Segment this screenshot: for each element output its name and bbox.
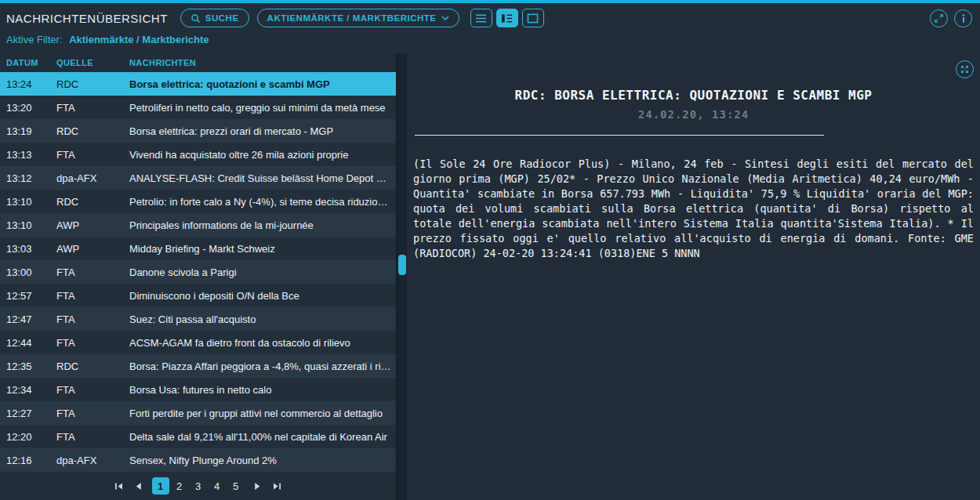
column-header-nachrichten: NACHRICHTEN	[129, 58, 396, 67]
news-row[interactable]: 12:57FTADiminuiscono i depositi O/N dell…	[0, 284, 396, 307]
article-panel: RDC: BORSA ELETTRICA: QUOTAZIONI E SCAMB…	[407, 53, 980, 500]
prev-page-button[interactable]	[132, 480, 145, 492]
news-row-source: FTA	[56, 408, 129, 419]
news-row[interactable]: 13:19RDCBorsa elettrica: prezzi orari di…	[0, 119, 396, 143]
first-page-button[interactable]	[113, 480, 125, 492]
prev-page-icon	[135, 482, 142, 491]
main-content: DATUM QUELLE NACHRICHTEN 13:24RDCBorsa e…	[0, 53, 980, 500]
news-row-time: 13:00	[6, 266, 56, 278]
news-row[interactable]: 13:12dpa-AFXANALYSE-FLASH: Credit Suisse…	[0, 166, 396, 190]
last-page-icon	[273, 482, 281, 491]
news-row[interactable]: 12:35RDCBorsa: Piazza Affari peggiora a …	[0, 354, 396, 378]
page-button-2[interactable]: 2	[171, 477, 188, 495]
news-row-source: RDC	[56, 78, 129, 90]
article: RDC: BORSA ELETTRICA: QUOTAZIONI E SCAMB…	[412, 88, 975, 261]
news-row[interactable]: 13:13FTAVivendi ha acquistato oltre 26 m…	[0, 143, 396, 166]
view-list-button[interactable]	[470, 9, 492, 27]
news-row-headline: Midday Briefing - Markt Schweiz	[129, 243, 396, 255]
news-row[interactable]: 13:03AWPMidday Briefing - Markt Schweiz	[0, 237, 396, 260]
search-button[interactable]: SUCHE	[180, 9, 249, 27]
table-header: DATUM QUELLE NACHRICHTEN	[0, 53, 396, 72]
news-row-source: FTA	[56, 102, 129, 114]
news-row-source: dpa-AFX	[56, 172, 129, 184]
first-page-icon	[114, 482, 123, 491]
news-row[interactable]: 13:24RDCBorsa elettrica: quotazioni e sc…	[0, 72, 396, 96]
active-filter-label: Aktive Filter:	[6, 34, 63, 45]
page-button-5[interactable]: 5	[227, 477, 245, 495]
next-page-button[interactable]	[252, 480, 264, 492]
active-filter-value: Aktienmärkte / Marktberichte	[69, 34, 209, 45]
active-filter-bar: Aktive Filter: Aktienmärkte / Marktberic…	[0, 31, 980, 53]
news-row-time: 12:20	[6, 431, 56, 443]
news-row-time: 13:24	[6, 78, 56, 90]
category-dropdown[interactable]: AKTIENMÄRKTE / MARKTBERICHTE	[257, 9, 459, 27]
news-row-headline: Petrolio: in forte calo a Ny (-4%), si t…	[129, 196, 396, 208]
article-title: RDC: BORSA ELETTRICA: QUOTAZIONI E SCAMB…	[413, 88, 974, 103]
pagination-pages: 12345	[152, 477, 245, 495]
last-page-button[interactable]	[271, 480, 284, 492]
page-button-3[interactable]: 3	[190, 477, 207, 495]
news-row-time: 13:10	[6, 219, 56, 231]
news-row[interactable]: 12:47FTASuez: Citi passa all'acquisto	[0, 307, 396, 331]
news-row-time: 13:20	[6, 102, 56, 114]
news-row-headline: ACSM-AGAM fa dietro front da ostacolo di…	[129, 337, 396, 349]
news-row-headline: Danone scivola a Parigi	[129, 266, 396, 278]
news-row-source: FTA	[56, 431, 129, 443]
expand-icon	[960, 65, 969, 74]
news-table-body: 13:24RDCBorsa elettrica: quotazioni e sc…	[0, 72, 396, 472]
page-button-4[interactable]: 4	[209, 477, 226, 495]
news-row-source: FTA	[56, 266, 129, 278]
view-single-button[interactable]	[522, 9, 544, 27]
column-header-quelle: QUELLE	[56, 58, 129, 67]
article-body: (Il Sole 24 Ore Radiocor Plus) - Milano,…	[413, 157, 974, 261]
category-dropdown-label: AKTIENMÄRKTE / MARKTBERICHTE	[267, 13, 437, 23]
news-row-time: 13:03	[6, 243, 56, 255]
view-toggle-group	[470, 9, 544, 27]
news-row[interactable]: 13:10RDCPetrolio: in forte calo a Ny (-4…	[0, 190, 396, 213]
news-row-headline: Diminuiscono i depositi O/N della Bce	[129, 290, 396, 302]
news-row-time: 12:16	[6, 455, 56, 466]
news-row-source: FTA	[56, 384, 129, 396]
info-button[interactable]	[954, 9, 972, 27]
view-split-button[interactable]	[496, 9, 518, 27]
list-scrollbar[interactable]	[396, 53, 407, 500]
news-row[interactable]: 13:10AWPPrincipales informations de la m…	[0, 213, 396, 237]
news-overview-app: NACHRICHTENÜBERSICHT SUCHE AKTIENMÄRKTE …	[0, 0, 980, 500]
list-view-icon	[475, 13, 487, 24]
news-row[interactable]: 12:27FTAForti perdite per i gruppi attiv…	[0, 401, 396, 425]
news-list-panel: DATUM QUELLE NACHRICHTEN 13:24RDCBorsa e…	[0, 53, 396, 500]
news-row-source: FTA	[56, 149, 129, 161]
news-row-headline: Borsa elettrica: quotazioni e scambi MGP	[129, 78, 396, 90]
article-timestamp: 24.02.20, 13:24	[413, 108, 974, 121]
page-title: NACHRICHTENÜBERSICHT	[6, 12, 168, 25]
news-row-headline: Forti perdite per i gruppi attivi nel co…	[129, 408, 396, 419]
news-row[interactable]: 12:16dpa-AFXSensex, Nifty Plunge Around …	[0, 448, 396, 472]
news-row-headline: Delta sale dal 9,21% all'11,00% nel capi…	[129, 431, 396, 443]
news-row[interactable]: 13:20FTAPetroliferi in netto calo, gregg…	[0, 96, 396, 119]
pagination: 12345	[0, 472, 396, 500]
news-row-time: 13:12	[6, 172, 56, 184]
toolbar-right	[930, 9, 972, 27]
news-row-headline: Petroliferi in netto calo, greggio sui m…	[129, 102, 396, 114]
news-row-headline: Borsa Usa: futures in netto calo	[129, 384, 396, 396]
news-row-source: RDC	[56, 125, 129, 137]
article-divider	[415, 135, 824, 136]
news-row-source: FTA	[56, 290, 129, 302]
news-row-source: AWP	[56, 219, 129, 231]
news-row[interactable]: 12:44FTAACSM-AGAM fa dietro front da ost…	[0, 331, 396, 354]
news-row-time: 12:44	[6, 337, 56, 349]
news-row[interactable]: 12:20FTADelta sale dal 9,21% all'11,00% …	[0, 425, 396, 448]
news-row[interactable]: 12:34FTABorsa Usa: futures in netto calo	[0, 378, 396, 401]
expand-article-button[interactable]	[956, 60, 974, 78]
news-row-source: AWP	[56, 243, 129, 255]
popout-button[interactable]	[930, 9, 948, 27]
news-row-source: FTA	[56, 313, 129, 325]
news-row-time: 12:27	[6, 408, 56, 419]
news-row-time: 12:47	[6, 313, 56, 325]
scrollbar-thumb[interactable]	[398, 255, 406, 275]
news-row-headline: Vivendi ha acquistato oltre 26 mila azio…	[129, 149, 396, 161]
news-row-time: 13:19	[6, 125, 56, 137]
page-button-1[interactable]: 1	[152, 477, 169, 495]
info-icon	[962, 14, 965, 23]
news-row[interactable]: 13:00FTADanone scivola a Parigi	[0, 260, 396, 284]
